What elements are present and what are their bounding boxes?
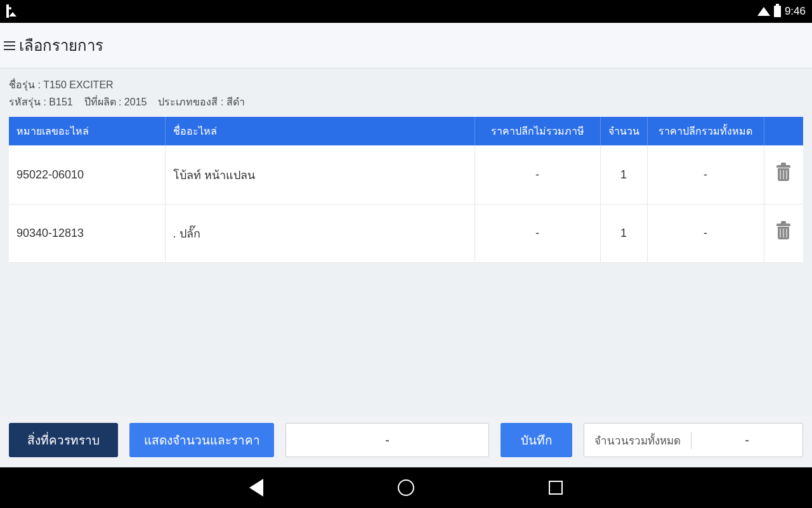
model-code-label: รหัสรุ่น : <box>9 97 46 107</box>
cell-partno: 95022-06010 <box>9 145 165 204</box>
nav-home-button[interactable] <box>395 476 417 499</box>
model-name-label: ชื่อรุ่น : <box>9 79 41 90</box>
button-bar: สิ่งที่ควรทราบ แสดงจำนวนและราคา - บันทึก… <box>0 417 812 467</box>
col-header-price-ex: ราคาปลีกไม่รวมภาษี <box>475 117 600 145</box>
table-row[interactable]: 90340-12813 . ปลั๊ก - 1 - <box>9 204 803 262</box>
content-area: ชื่อรุ่น : T150 EXCITER รหัสรุ่น : B151 … <box>0 69 812 417</box>
cell-price-ex: - <box>475 204 600 262</box>
parts-table-wrap: หมายเลขอะไหล่ ชื่ออะไหล่ ราคาปลีกไม่รวมภ… <box>9 117 803 263</box>
table-row[interactable]: 95022-06010 โบ้ลท์ หน้าแปลน - 1 - <box>9 145 803 204</box>
model-color-value: สีดำ <box>226 97 245 107</box>
trash-icon[interactable] <box>776 165 790 182</box>
battery-icon <box>774 6 781 17</box>
cell-qty: 1 <box>600 204 647 262</box>
model-color-label: ประเภทของสี : <box>158 97 223 107</box>
model-code-value: B151 <box>49 97 72 107</box>
back-icon <box>249 479 263 497</box>
cell-qty: 1 <box>600 145 647 204</box>
cell-price-total: - <box>647 204 764 262</box>
cell-partname: . ปลั๊ก <box>165 204 475 262</box>
android-nav-bar <box>0 467 812 508</box>
col-header-qty: จำนวน <box>600 117 647 145</box>
total-value: - <box>691 433 802 448</box>
mid-display-box: - <box>285 423 489 457</box>
parts-table: หมายเลขอะไหล่ ชื่ออะไหล่ ราคาปลีกไม่รวมภ… <box>9 117 803 263</box>
total-display-box: จำนวนรวมทั้งหมด - <box>584 423 803 457</box>
trash-icon[interactable] <box>776 224 790 240</box>
save-button[interactable]: บันทึก <box>501 423 572 457</box>
hamburger-icon[interactable] <box>4 41 15 50</box>
recent-icon <box>549 481 563 495</box>
notice-button[interactable]: สิ่งที่ควรทราบ <box>9 423 118 457</box>
cell-partno: 90340-12813 <box>9 204 165 262</box>
nav-back-button[interactable] <box>245 476 268 499</box>
nav-recent-button[interactable] <box>544 476 567 499</box>
model-info: ชื่อรุ่น : T150 EXCITER รหัสรุ่น : B151 … <box>9 75 803 117</box>
android-status-bar: 9:46 <box>0 0 812 23</box>
clock-text: 9:46 <box>785 5 806 18</box>
cell-price-total: - <box>647 145 764 204</box>
col-header-partname: ชื่ออะไหล่ <box>165 117 475 145</box>
page-title: เลือกรายการ <box>19 33 103 58</box>
wifi-icon <box>757 7 770 16</box>
model-name-value: T150 EXCITER <box>43 79 113 90</box>
cell-delete <box>764 204 803 262</box>
cell-partname: โบ้ลท์ หน้าแปลน <box>165 145 475 204</box>
home-icon <box>398 479 414 496</box>
cell-price-ex: - <box>475 145 600 204</box>
cell-delete <box>764 145 803 204</box>
model-year-value: 2015 <box>124 97 147 107</box>
total-label: จำนวนรวมทั้งหมด <box>584 432 691 449</box>
show-qty-price-button[interactable]: แสดงจำนวนและราคา <box>129 423 274 457</box>
col-header-delete <box>764 117 803 145</box>
col-header-partno: หมายเลขอะไหล่ <box>9 117 165 145</box>
app-bar: เลือกรายการ <box>0 23 812 69</box>
col-header-price-total: ราคาปลีกรวมทั้งหมด <box>647 117 764 145</box>
model-year-label: ปีที่ผลิต : <box>84 97 122 107</box>
picture-icon <box>6 4 9 18</box>
empty-space <box>9 263 803 417</box>
